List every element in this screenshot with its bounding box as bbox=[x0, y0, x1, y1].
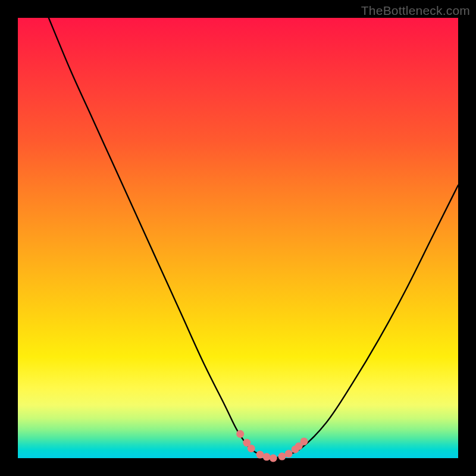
outer-frame: TheBottleneck.com bbox=[0, 0, 476, 476]
marker-point bbox=[270, 455, 277, 462]
marker-point bbox=[263, 453, 271, 461]
bottleneck-chart bbox=[18, 18, 458, 458]
curve-path-group bbox=[49, 18, 458, 458]
marker-point bbox=[300, 437, 308, 445]
marker-point bbox=[256, 451, 264, 459]
marker-point bbox=[236, 430, 244, 438]
bottleneck-curve bbox=[49, 18, 458, 458]
marker-point bbox=[285, 450, 293, 458]
marker-point bbox=[278, 453, 286, 461]
markers-group bbox=[236, 430, 308, 462]
attribution-text: TheBottleneck.com bbox=[361, 4, 470, 18]
marker-point bbox=[248, 444, 255, 452]
plot-area bbox=[18, 18, 458, 458]
